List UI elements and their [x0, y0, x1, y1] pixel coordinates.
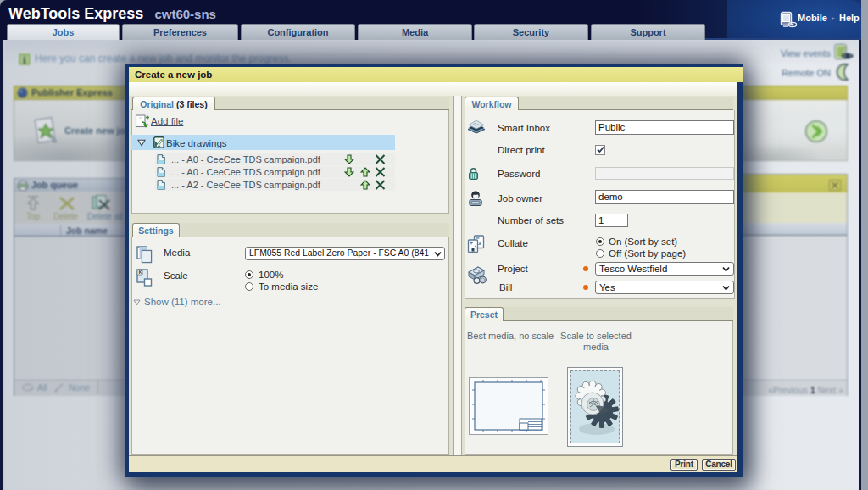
svg-text:K: K	[138, 270, 142, 275]
